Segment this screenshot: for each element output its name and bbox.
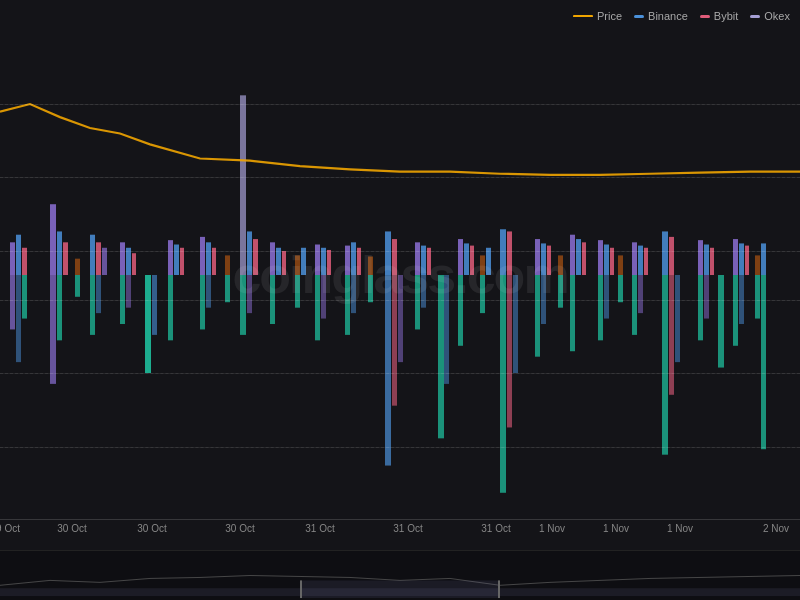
x-label-5: 31 Oct: [393, 523, 422, 534]
legend-price-label: Price: [597, 10, 622, 22]
svg-rect-128: [300, 580, 500, 598]
x-axis: [0, 519, 800, 520]
x-label-6: 31 Oct: [481, 523, 510, 534]
legend-bybit: Bybit: [700, 10, 738, 22]
chart-legend: Price Binance Bybit Okex: [573, 10, 790, 22]
main-chart-area: coinglass.com: [0, 30, 800, 520]
x-label-4: 31 Oct: [305, 523, 334, 534]
legend-price: Price: [573, 10, 622, 22]
legend-okex-label: Okex: [764, 10, 790, 22]
grid-lines: [0, 30, 800, 520]
x-label-9: 1 Nov: [667, 523, 693, 534]
x-label-3: 30 Oct: [225, 523, 254, 534]
legend-bybit-label: Bybit: [714, 10, 738, 22]
legend-binance: Binance: [634, 10, 688, 22]
svg-rect-130: [498, 580, 500, 598]
x-label-10: 2 Nov: [763, 523, 789, 534]
x-label-7: 1 Nov: [539, 523, 565, 534]
x-label-2: 30 Oct: [137, 523, 166, 534]
chart-container: Price Binance Bybit Okex coinglass.com: [0, 0, 800, 600]
x-label-1: 30 Oct: [57, 523, 86, 534]
x-label-0: 9 Oct: [0, 523, 20, 534]
mini-chart: [0, 550, 800, 600]
legend-okex: Okex: [750, 10, 790, 22]
legend-binance-label: Binance: [648, 10, 688, 22]
x-labels: 9 Oct 30 Oct 30 Oct 30 Oct 31 Oct 31 Oct…: [0, 523, 800, 548]
x-label-8: 1 Nov: [603, 523, 629, 534]
svg-rect-129: [300, 580, 302, 598]
